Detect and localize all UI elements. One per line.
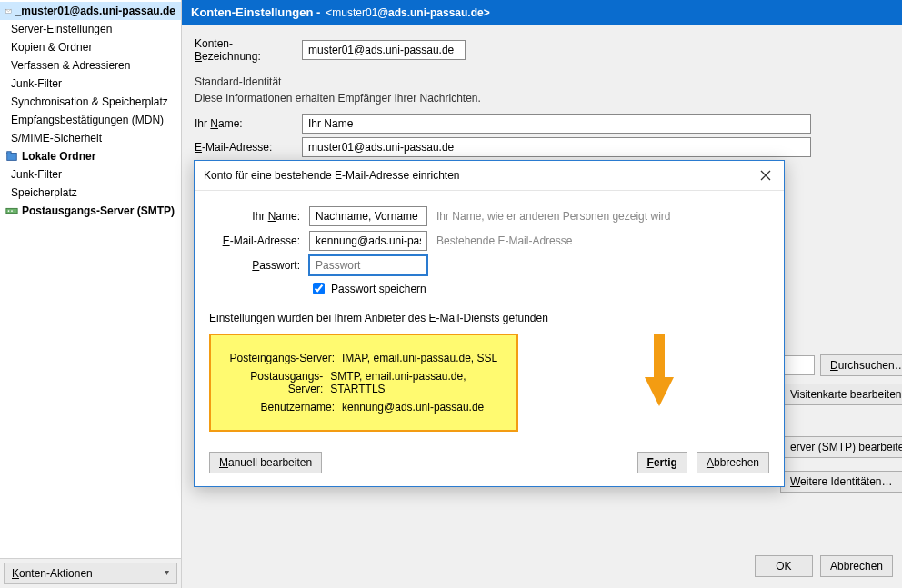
close-icon: [760, 170, 771, 181]
identity-name-label: Ihr Name:: [195, 117, 295, 130]
more-identities-button[interactable]: Weitere Identitäten…: [780, 471, 902, 493]
account-name-input[interactable]: [302, 40, 466, 60]
header-email: <muster01@ads.uni-passau.de>: [326, 6, 489, 19]
sidebar-item-mdn[interactable]: Empfangsbestätigungen (MDN): [0, 111, 181, 129]
dlg-password-label: Passwort:: [209, 259, 300, 272]
dlg-email-hint: Bestehende E-Mail-Adresse: [436, 234, 572, 247]
dlg-name-input[interactable]: [309, 206, 427, 226]
browse-button[interactable]: Durchsuchen…: [820, 354, 902, 376]
dlg-password-input[interactable]: [309, 255, 427, 275]
dlg-name-hint: Ihr Name, wie er anderen Personen gezeig…: [436, 210, 670, 223]
identity-email-label: E-Mail-Adresse:: [195, 141, 295, 154]
svg-rect-2: [7, 152, 11, 154]
identity-fieldset-title: Standard-Identität: [195, 75, 889, 88]
account-actions-button[interactable]: Konten-Aktionen: [4, 563, 177, 584]
sidebar-item-sync[interactable]: Synchronisation & Speicherplatz: [0, 93, 181, 111]
dlg-user-value: kennung@ads.uni-passau.de: [342, 401, 484, 414]
dlg-user-label: Benutzername:: [224, 401, 342, 414]
identity-email-input[interactable]: [302, 137, 811, 157]
dlg-manual-edit-button[interactable]: Manuell bearbeiten: [209, 452, 322, 473]
edit-vcard-button[interactable]: Visitenkarte bearbeiten…: [780, 384, 902, 405]
sidebar-item-junk2[interactable]: Junk-Filter: [0, 165, 181, 184]
sidebar-item-server[interactable]: Server-Einstellungen: [0, 20, 181, 38]
dlg-incoming-value: IMAP, email.uni-passau.de, SSL: [342, 352, 497, 364]
sidebar-item-local-folders[interactable]: Lokale Ordner: [0, 147, 181, 165]
dlg-remember-checkbox[interactable]: [313, 283, 325, 294]
header-bar: Konten-Einstellungen - <muster01@ads.uni…: [182, 0, 902, 25]
sidebar-item-copies[interactable]: Kopien & Ordner: [0, 38, 181, 56]
sidebar-item-junk1[interactable]: Junk-Filter: [0, 75, 181, 93]
sidebar-item-compose[interactable]: Verfassen & Adressieren: [0, 56, 181, 75]
dlg-outgoing-label: Postausgangs-Server:: [224, 370, 330, 395]
svg-point-5: [11, 210, 13, 212]
signature-file-input[interactable]: [780, 355, 815, 375]
sidebar-item-smtp[interactable]: Postausgangs-Server (SMTP): [0, 202, 181, 220]
dlg-email-input[interactable]: [309, 231, 427, 251]
identity-fieldset-desc: Diese Informationen erhalten Empfänger I…: [195, 92, 889, 105]
local-folders-icon: [5, 150, 18, 163]
dlg-found-box: Posteingangs-Server: IMAP, email.uni-pas…: [209, 334, 518, 432]
sidebar-item-smime[interactable]: S/MIME-Sicherheit: [0, 129, 181, 147]
sidebar-item-disk[interactable]: Speicherplatz: [0, 184, 181, 202]
page-title: Konten-Einstellungen -: [191, 5, 320, 19]
ok-button[interactable]: OK: [755, 555, 813, 577]
bg-buttons: Durchsuchen… Visitenkarte bearbeiten… er…: [780, 354, 902, 493]
dialog-close-button[interactable]: [757, 166, 775, 184]
mail-account-icon: [5, 5, 12, 17]
account-name-label: Konten-Bezeichnung:: [195, 37, 295, 63]
dlg-done-button[interactable]: Fertig: [637, 452, 687, 473]
identity-name-input[interactable]: [302, 114, 811, 134]
svg-point-4: [8, 210, 10, 212]
edit-smtp-button[interactable]: erver (SMTP) bearbeiten…: [780, 436, 902, 458]
annotation-arrow-icon: [645, 334, 674, 406]
sidebar-item-label: _muster01@ads.uni-passau.de: [15, 5, 175, 17]
sidebar-item-account[interactable]: _muster01@ads.uni-passau.de: [0, 2, 181, 20]
sidebar-list: _muster01@ads.uni-passau.de Server-Einst…: [0, 0, 181, 558]
smtp-icon: [5, 204, 18, 217]
sidebar: _muster01@ads.uni-passau.de Server-Einst…: [0, 0, 182, 588]
dlg-remember-label: Passwort speichern: [331, 283, 426, 295]
dlg-cancel-button[interactable]: Abbrechen: [697, 452, 769, 473]
dlg-outgoing-value: SMTP, email.uni-passau.de, STARTTLS: [330, 370, 504, 395]
cancel-button[interactable]: Abbrechen: [820, 555, 893, 577]
dlg-email-label: E-Mail-Adresse:: [209, 234, 300, 247]
dlg-name-label: Ihr Name:: [209, 210, 300, 223]
dlg-incoming-label: Posteingangs-Server:: [224, 352, 342, 364]
dialog-title-text: Konto für eine bestehende E-Mail-Adresse…: [204, 169, 460, 182]
setup-account-dialog: Konto für eine bestehende E-Mail-Adresse…: [194, 160, 785, 487]
dlg-found-text: Einstellungen wurden bei Ihrem Anbieter …: [209, 312, 769, 324]
